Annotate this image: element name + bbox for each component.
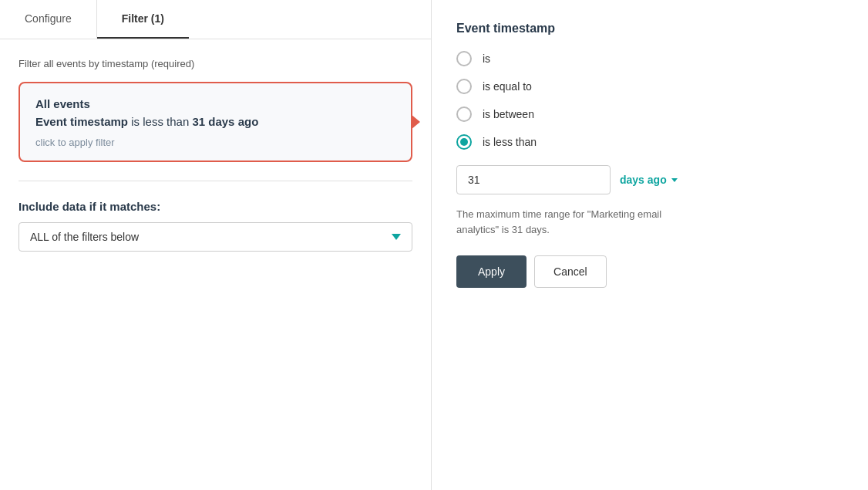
radio-option-is-equal-to[interactable]: is equal to: [456, 79, 843, 94]
radio-circle-is-less-than: [456, 134, 472, 150]
radio-circle-is-between: [456, 106, 472, 122]
radio-option-is[interactable]: is: [456, 51, 843, 66]
days-input[interactable]: [456, 165, 611, 194]
tab-configure[interactable]: Configure: [0, 0, 97, 39]
tab-filter[interactable]: Filter (1): [97, 0, 189, 39]
input-row: days ago: [456, 165, 843, 194]
radio-option-is-less-than[interactable]: is less than: [456, 134, 843, 150]
right-panel: Event timestamp is is equal to is betwee…: [432, 0, 868, 490]
days-ago-selector[interactable]: days ago: [620, 174, 678, 186]
dropdown-arrow-icon: [392, 234, 401, 240]
all-events-text: All events: [35, 97, 90, 110]
is-less-than-text: is less than: [128, 115, 192, 128]
cancel-button[interactable]: Cancel: [534, 255, 607, 288]
days-ago-label: days ago: [620, 174, 667, 186]
radio-label-is-less-than: is less than: [483, 136, 537, 148]
days-ago-dropdown-icon: [671, 178, 678, 182]
filter-card-subtitle: click to apply filter: [35, 137, 395, 148]
radio-label-is: is: [483, 52, 490, 65]
filter-match-select[interactable]: ALL of the filters below: [19, 222, 412, 252]
radio-option-is-between[interactable]: is between: [456, 106, 843, 122]
select-all-label: ALL of the filters below: [30, 231, 139, 243]
radio-circle-is-equal-to: [456, 79, 472, 94]
filter-card[interactable]: All events Event timestamp is less than …: [19, 82, 412, 162]
event-timestamp-title: Event timestamp: [456, 22, 843, 35]
filter-label: Filter all events by timestamp (required…: [19, 58, 412, 69]
divider: [19, 181, 412, 181]
days-value-bold: 31: [192, 115, 205, 128]
apply-button[interactable]: Apply: [456, 255, 527, 288]
left-panel: Configure Filter (1) Filter all events b…: [0, 0, 432, 490]
radio-group: is is equal to is between is less than: [456, 51, 843, 150]
event-timestamp-bold: Event timestamp: [35, 115, 128, 128]
radio-circle-is: [456, 51, 472, 66]
left-content: Filter all events by timestamp (required…: [0, 39, 431, 490]
include-label: Include data if it matches:: [19, 200, 412, 213]
hint-text: The maximum time range for "Marketing em…: [456, 207, 703, 237]
radio-label-is-between: is between: [483, 108, 534, 120]
radio-label-is-equal-to: is equal to: [483, 80, 532, 93]
tabs: Configure Filter (1): [0, 0, 431, 39]
filter-card-title: All events Event timestamp is less than …: [35, 96, 395, 130]
action-buttons: Apply Cancel: [456, 255, 843, 288]
days-ago-text: days ago: [205, 115, 258, 128]
